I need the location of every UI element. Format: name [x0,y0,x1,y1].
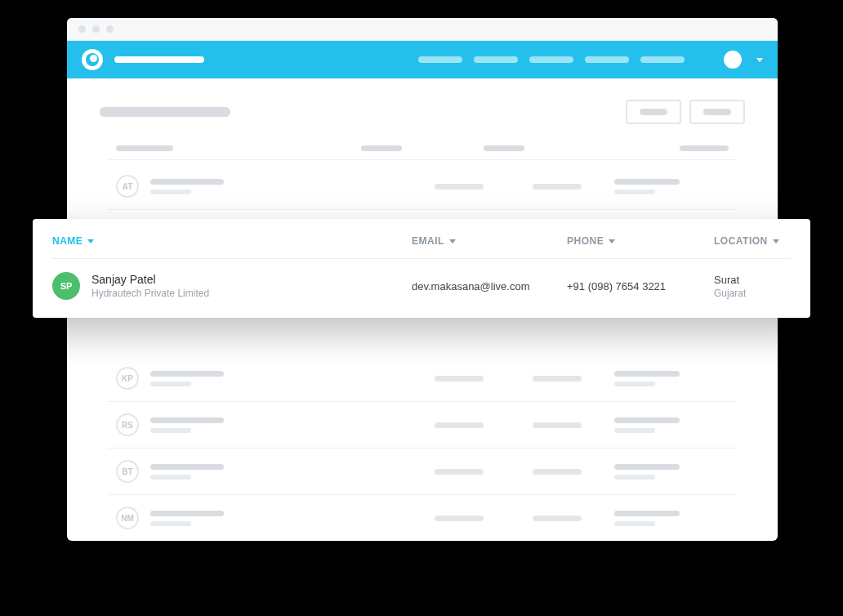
chevron-down-icon [449,239,456,243]
page-title-placeholder [100,107,230,117]
column-header-phone[interactable]: PHONE [567,235,714,247]
nav-item[interactable] [474,56,518,63]
list-item[interactable]: KP [108,355,737,402]
contact-phone: +91 (098) 7654 3221 [567,280,714,292]
avatar: KP [116,367,139,390]
list-item[interactable]: AT [108,163,737,210]
column-header-name[interactable]: NAME [52,235,412,247]
column-label: NAME [52,235,83,247]
column-label: EMAIL [412,235,444,247]
column-header-location[interactable]: LOCATION [714,235,791,247]
window-control-minimize[interactable] [92,25,100,33]
avatar: SP [52,272,80,300]
nav-item[interactable] [585,56,629,63]
chevron-down-icon [773,239,779,243]
contact-detail-card: NAME EMAIL PHONE LOCATION SP [33,219,810,318]
user-avatar[interactable] [724,51,742,69]
avatar: AT [116,175,139,198]
nav-item[interactable] [418,56,462,63]
table-header-row: NAME EMAIL PHONE LOCATION [52,219,791,259]
list-item[interactable]: RS [108,402,737,449]
header-button[interactable] [626,100,681,124]
avatar: BT [116,460,139,483]
window-control-close[interactable] [78,25,86,33]
column-header-email[interactable]: EMAIL [412,235,567,247]
bg-column-header [108,145,737,160]
nav-item[interactable] [529,56,573,63]
window-control-maximize[interactable] [106,25,114,33]
nav-brand-placeholder [114,56,204,63]
table-row[interactable]: SP Sanjay Patel Hydrautech Private Limit… [52,259,791,318]
column-label: PHONE [567,235,604,247]
contact-company: Hydrautech Private Limited [91,288,209,299]
contact-state: Gujarat [714,288,791,299]
top-nav [67,41,778,78]
avatar: NM [116,507,139,529]
page-header [100,100,745,124]
contact-email: dev.makasana@live.com [412,280,567,292]
window-chrome [67,18,778,41]
chevron-down-icon [609,239,615,243]
avatar: RS [116,413,139,436]
contact-name: Sanjay Patel [91,273,209,286]
list-item[interactable]: BT [108,449,737,495]
chevron-down-icon[interactable] [756,58,763,62]
app-logo-icon[interactable] [82,49,103,70]
column-label: LOCATION [714,235,768,247]
header-button[interactable] [689,100,745,124]
nav-item[interactable] [640,56,685,63]
chevron-down-icon [87,239,94,243]
contact-city: Surat [714,274,791,286]
list-item[interactable]: NM [108,495,737,541]
